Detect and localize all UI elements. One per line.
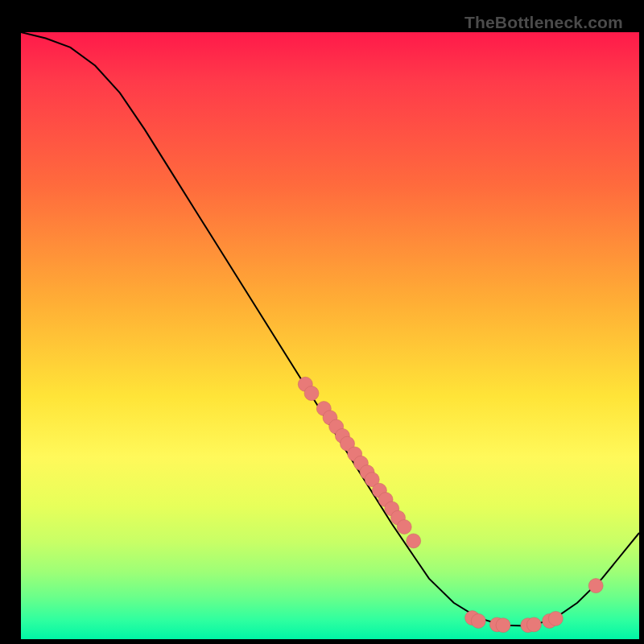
outer-frame: TheBottleneck.com: [8, 8, 636, 636]
chart-svg: [21, 32, 639, 639]
watermark-label: TheBottleneck.com: [464, 13, 623, 32]
marker-dot: [588, 579, 603, 593]
marker-dot: [471, 613, 485, 628]
marker-dot: [304, 386, 319, 401]
marker-dot: [496, 618, 510, 633]
marker-group: [298, 377, 603, 632]
gradient-plot-area: [21, 32, 639, 639]
marker-dot: [548, 611, 563, 625]
marker-dot: [407, 534, 421, 548]
marker-dot: [526, 617, 541, 632]
marker-dot: [397, 520, 411, 535]
curve-path: [21, 32, 639, 625]
